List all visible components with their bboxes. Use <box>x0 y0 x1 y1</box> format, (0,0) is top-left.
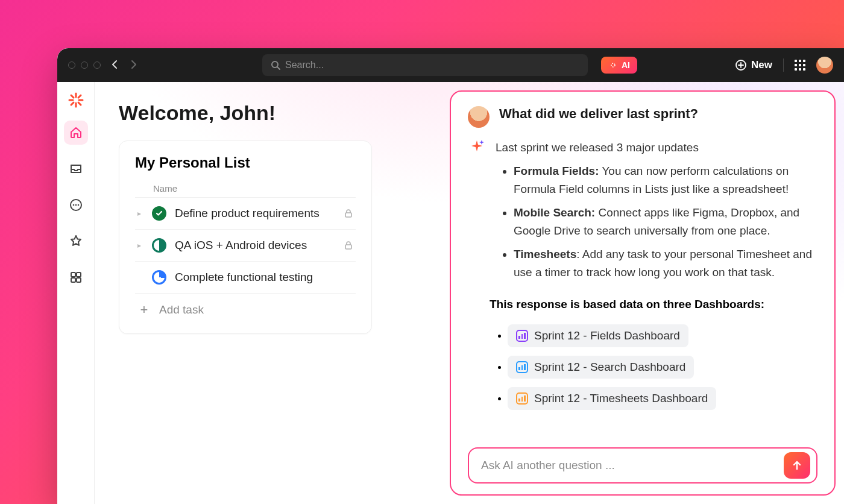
ai-button[interactable]: AI <box>601 57 637 74</box>
traffic-light-minimize[interactable] <box>81 61 88 69</box>
list-title: My Personal List <box>135 154 356 171</box>
column-header-name: Name <box>135 180 356 197</box>
ai-source-item: Sprint 12 - Fields Dashboard <box>508 324 817 347</box>
task-name: QA iOS + Android devices <box>175 239 335 252</box>
search-icon <box>271 60 280 70</box>
svg-rect-19 <box>77 272 81 277</box>
status-progress-icon <box>152 238 166 253</box>
titlebar-right: New <box>735 57 833 74</box>
svg-line-11 <box>71 102 74 105</box>
svg-line-13 <box>71 95 74 98</box>
inbox-icon <box>69 162 83 175</box>
dashboard-icon <box>516 361 528 373</box>
ai-feature-item: Timesheets: Add any task to your persona… <box>514 245 817 281</box>
search-placeholder: Search... <box>285 60 324 71</box>
side-rail <box>57 82 95 504</box>
svg-point-2 <box>611 63 615 67</box>
user-avatar[interactable] <box>816 57 833 74</box>
rail-home[interactable] <box>64 121 88 145</box>
add-task-label: Add task <box>159 303 204 317</box>
ai-source-item: Sprint 12 - Timesheets Dashboard <box>508 387 817 410</box>
expand-caret-icon[interactable]: ▸ <box>137 241 143 250</box>
app-window: Search... AI New <box>57 48 844 504</box>
svg-line-9 <box>78 102 81 105</box>
task-name: Define product requirements <box>175 207 335 220</box>
svg-point-17 <box>77 204 79 206</box>
lock-icon <box>344 241 353 250</box>
nav-back-button[interactable] <box>109 60 120 71</box>
task-row[interactable]: ▸ Complete functional testing <box>135 261 356 293</box>
dashboard-chip[interactable]: Sprint 12 - Search Dashboard <box>508 356 694 379</box>
dashboard-icon <box>516 392 528 405</box>
expand-caret-icon[interactable]: ▸ <box>137 209 143 218</box>
plus-circle-icon <box>735 60 746 71</box>
ai-sources-heading: This response is based data on three Das… <box>490 298 817 311</box>
traffic-light-zoom[interactable] <box>93 61 101 69</box>
dashboard-chip[interactable]: Sprint 12 - Fields Dashboard <box>508 324 688 347</box>
grid-icon <box>69 271 83 284</box>
svg-rect-18 <box>71 272 75 277</box>
new-button-label: New <box>751 59 772 71</box>
ai-intro: Last sprint we released 3 major updates <box>496 141 699 154</box>
ai-source-item: Sprint 12 - Search Dashboard <box>508 356 817 379</box>
ai-panel: What did we deliver last sprint? Last sp… <box>450 90 836 496</box>
dashboard-icon <box>516 330 528 342</box>
ai-button-label: AI <box>622 60 630 70</box>
home-icon <box>69 126 83 139</box>
ai-feature-item: Mobile Search: Connect apps like Figma, … <box>514 204 817 239</box>
search-input[interactable]: Search... <box>262 54 588 76</box>
star-icon <box>69 235 83 248</box>
apps-grid-icon[interactable] <box>795 60 805 71</box>
ai-sparkle-icon <box>468 139 486 157</box>
add-task-button[interactable]: + Add task <box>135 293 356 326</box>
plus-icon: + <box>137 303 151 317</box>
svg-rect-21 <box>77 278 81 282</box>
ai-followup-input[interactable] <box>481 459 776 472</box>
traffic-light-close[interactable] <box>68 61 75 69</box>
rail-dashboards[interactable] <box>64 265 88 289</box>
arrow-up-icon <box>791 459 803 471</box>
titlebar: Search... AI New <box>57 48 844 82</box>
status-progress-icon <box>152 270 166 285</box>
svg-rect-23 <box>345 245 351 249</box>
rail-inbox[interactable] <box>64 157 88 181</box>
dashboard-chip[interactable]: Sprint 12 - Timesheets Dashboard <box>508 387 716 410</box>
ai-answer: Last sprint we released 3 major updates … <box>496 139 817 287</box>
status-done-icon <box>152 206 166 221</box>
rail-more[interactable] <box>64 193 88 217</box>
svg-rect-22 <box>345 213 351 217</box>
ai-sources-list: Sprint 12 - Fields Dashboard Sprint 12 -… <box>468 316 817 418</box>
divider <box>783 58 784 72</box>
task-name: Complete functional testing <box>175 271 353 284</box>
personal-list-card: My Personal List Name ▸ Define product r… <box>119 140 372 334</box>
svg-line-7 <box>78 95 81 98</box>
new-button[interactable]: New <box>735 59 772 71</box>
logo-icon <box>68 92 84 109</box>
nav-forward-button[interactable] <box>128 60 139 71</box>
task-row[interactable]: ▸ Define product requirements <box>135 197 356 229</box>
svg-rect-20 <box>71 278 75 282</box>
svg-point-16 <box>75 204 77 206</box>
ai-feature-item: Formula Fields: You can now perform calc… <box>514 162 817 198</box>
user-avatar-small <box>468 106 490 128</box>
ai-question: What did we deliver last sprint? <box>499 106 698 122</box>
svg-line-1 <box>277 67 280 69</box>
sparkle-icon <box>608 60 618 70</box>
ai-input-row <box>468 447 817 484</box>
svg-point-15 <box>72 204 74 206</box>
ai-feature-list: Formula Fields: You can now perform calc… <box>496 162 817 281</box>
ai-send-button[interactable] <box>784 452 810 479</box>
rail-favorites[interactable] <box>64 229 88 253</box>
task-row[interactable]: ▸ QA iOS + Android devices <box>135 229 356 261</box>
dots-circle-icon <box>69 198 83 212</box>
lock-icon <box>344 209 353 218</box>
window-controls <box>68 61 101 69</box>
